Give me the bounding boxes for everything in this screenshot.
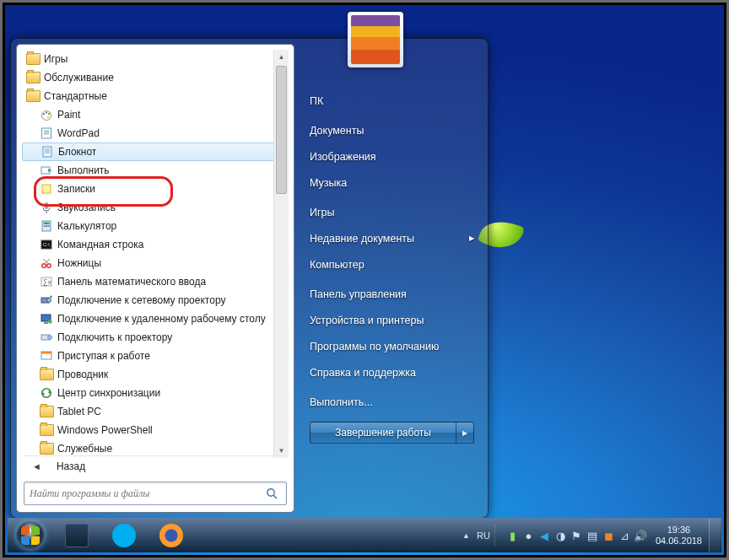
program-label: Служебные <box>57 443 112 455</box>
tray-icon-6[interactable]: ▤ <box>585 519 601 552</box>
right-panel-item[interactable]: Компьютер <box>301 251 483 277</box>
shutdown-button[interactable]: Завершение работы▶ <box>310 422 474 444</box>
right-item-label: Компьютер <box>310 259 364 271</box>
sync-icon <box>39 386 54 400</box>
paint-icon <box>39 108 54 121</box>
svg-marker-42 <box>48 390 51 394</box>
right-panel-item[interactable]: Программы по умолчанию <box>301 333 483 359</box>
submenu-arrow-icon: ▶ <box>469 234 474 242</box>
program-item[interactable]: Подключение к удаленному рабочему столу <box>22 310 289 328</box>
program-item[interactable]: Подключение к сетевому проектору <box>22 291 289 310</box>
tray-show-hidden-icon[interactable]: ▲ <box>458 519 474 552</box>
program-item[interactable]: Проводник <box>22 365 289 384</box>
right-panel-item[interactable]: Недавние документы▶ <box>301 225 483 251</box>
search-box[interactable] <box>24 482 287 505</box>
tray-icon-5[interactable]: ⚑ <box>569 519 585 552</box>
svg-rect-20 <box>44 225 46 227</box>
program-label: Подключение к удаленному рабочему столу <box>57 313 266 325</box>
right-item-label: Игры <box>310 207 334 218</box>
program-item[interactable]: Калькулятор <box>22 217 289 235</box>
tray-icon-7[interactable]: ◼ <box>601 519 617 552</box>
program-item[interactable]: Paint <box>22 105 289 124</box>
search-icon <box>266 487 286 499</box>
shutdown-options-arrow[interactable]: ▶ <box>456 423 473 443</box>
tray-icon-2[interactable]: ● <box>521 519 537 552</box>
program-item[interactable]: Обслуживание <box>22 68 289 87</box>
tray-separator <box>494 525 503 547</box>
program-item[interactable]: Блокнот <box>22 143 289 161</box>
right-item-label: ПК <box>310 95 323 107</box>
program-label: WordPad <box>57 127 100 139</box>
right-item-label: Выполнить... <box>310 396 373 408</box>
tray-icon-1[interactable]: ▮ <box>505 519 521 552</box>
program-item[interactable]: Windows PowerShell <box>22 421 289 439</box>
right-panel-item[interactable]: Панель управления <box>301 281 483 307</box>
tray-network-icon[interactable]: ⊿ <box>617 519 633 552</box>
right-item-label: Панель управления <box>310 288 407 300</box>
program-label: Записки <box>57 183 95 195</box>
folder-icon <box>25 53 40 65</box>
program-label: Windows PowerShell <box>57 424 153 436</box>
right-panel-item[interactable]: Игры <box>301 199 483 225</box>
right-panel-item[interactable]: Справка и поддержка <box>301 359 483 385</box>
language-indicator[interactable]: RU <box>474 519 493 552</box>
folder-icon <box>39 406 54 417</box>
program-item[interactable]: Звукозапись <box>22 198 289 217</box>
program-item[interactable]: WordPad <box>22 124 289 143</box>
svg-text:C:\: C:\ <box>43 242 50 247</box>
svg-point-3 <box>48 113 50 115</box>
svg-rect-40 <box>41 352 51 353</box>
svg-point-2 <box>46 111 47 113</box>
program-item[interactable]: Выполнить <box>22 161 289 180</box>
taskbar: ▲ RU ▮ ● ◀ ◑ ⚑ ▤ ◼ ⊿ 🔊 19:36 04.06.2018 <box>8 518 721 552</box>
program-item[interactable]: Записки <box>22 180 289 198</box>
program-label: Панель математического ввода <box>57 276 206 288</box>
program-item[interactable]: Стандартные <box>22 87 289 105</box>
program-item[interactable]: C:\Командная строка <box>22 235 289 254</box>
taskbar-app-monitor[interactable] <box>55 520 99 551</box>
taskbar-clock[interactable]: 19:36 04.06.2018 <box>649 525 709 547</box>
start-button[interactable] <box>8 519 53 552</box>
run-icon <box>39 164 54 177</box>
program-item[interactable]: Приступая к работе <box>22 347 289 365</box>
show-desktop-button[interactable] <box>709 519 720 552</box>
desktop-wallpaper[interactable]: ▲ ▼ ИгрыОбслуживаниеСтандартныеPaintWord… <box>5 5 724 555</box>
program-label: Блокнот <box>58 146 96 158</box>
svg-point-26 <box>47 264 51 268</box>
right-panel-item[interactable]: Выполнить... <box>301 389 483 415</box>
right-item-label: Программы по умолчанию <box>310 341 439 353</box>
taskbar-app-firefox[interactable] <box>149 520 193 551</box>
tray-icon-3[interactable]: ◀ <box>537 519 553 552</box>
folder-icon <box>25 72 40 83</box>
right-panel-item[interactable]: Музыка <box>301 170 483 196</box>
taskbar-app-skype[interactable] <box>102 520 146 551</box>
svg-rect-5 <box>42 128 51 138</box>
wordpad-icon <box>39 127 54 140</box>
program-item[interactable]: Ножницы <box>22 254 289 272</box>
program-label: Стандартные <box>44 90 107 102</box>
right-panel-item[interactable]: Документы <box>301 117 483 143</box>
search-input[interactable] <box>24 487 266 500</box>
right-item-label: Изображения <box>310 151 376 163</box>
program-item[interactable]: Подключить к проектору <box>22 328 289 347</box>
back-button[interactable]: ◄ Назад <box>24 455 287 477</box>
right-panel-item[interactable]: ПК <box>301 88 483 114</box>
tray-icon-4[interactable]: ◑ <box>553 519 569 552</box>
scroll-thumb[interactable] <box>276 66 287 194</box>
right-panel-item[interactable]: Устройства и принтеры <box>301 307 483 333</box>
program-item[interactable]: Tablet PC <box>22 402 289 421</box>
program-item[interactable]: Центр синхронизации <box>22 384 289 402</box>
program-label: Tablet PC <box>57 406 101 417</box>
program-label: Подключение к сетевому проектору <box>57 294 225 306</box>
scrollbar[interactable]: ▲ ▼ <box>273 50 289 458</box>
svg-point-38 <box>48 336 52 340</box>
user-avatar[interactable] <box>348 12 403 67</box>
tray-volume-icon[interactable]: 🔊 <box>633 519 649 552</box>
scroll-up[interactable]: ▲ <box>274 50 289 64</box>
right-panel-item[interactable]: Изображения <box>301 143 483 170</box>
netproj-icon <box>39 293 54 307</box>
program-item[interactable]: Игры <box>22 50 289 68</box>
svg-point-33 <box>50 296 52 299</box>
program-item[interactable]: ∑xПанель математического ввода <box>22 272 289 291</box>
svg-rect-22 <box>48 225 50 227</box>
